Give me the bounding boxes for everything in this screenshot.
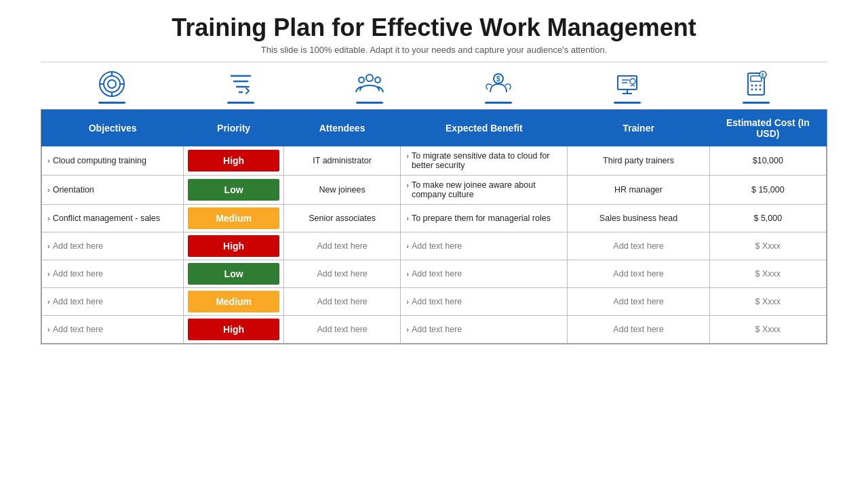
trainer-icon-cell: [612, 69, 642, 104]
cell-cost: $ 15,000: [709, 176, 826, 205]
cell-benefit: › To prepare them for managerial roles: [401, 205, 568, 232]
cell-objective: › Cloud computing training: [42, 146, 184, 176]
priority-badge: Medium: [188, 207, 279, 229]
obj-text: Add text here: [53, 241, 103, 251]
bullet-obj: › Cloud computing training: [47, 156, 178, 165]
table-row: › Conflict management - sales Medium Sen…: [42, 205, 827, 232]
cell-priority: High: [184, 146, 284, 176]
cell-cost: $ Xxxx: [709, 316, 826, 344]
cell-trainer: Add text here: [568, 232, 709, 260]
table-row: › Orientation Low New joinees › To make …: [42, 176, 827, 205]
bullet-arrow: ›: [47, 214, 50, 222]
training-table: Objectives Priority Attendees Expected B…: [41, 109, 827, 344]
benefit-icon: $: [484, 69, 513, 99]
header-attendees: Attendees: [283, 110, 400, 146]
table-row: › Add text here Low Add text here › Add …: [42, 260, 827, 288]
cell-cost: $ Xxxx: [709, 232, 826, 260]
target-icon-underline: [98, 102, 125, 104]
table-row: › Cloud computing training High IT admin…: [42, 146, 827, 176]
header-trainer: Trainer: [568, 110, 709, 146]
cell-attendees: Add text here: [283, 316, 400, 344]
cell-attendees: Add text here: [283, 288, 400, 316]
bullet-arrow: ›: [47, 298, 50, 306]
bullet-arrow-ben: ›: [406, 242, 409, 250]
table-header-row: Objectives Priority Attendees Expected B…: [42, 110, 827, 146]
cell-priority: High: [184, 316, 284, 344]
cell-trainer: Add text here: [568, 260, 709, 288]
cell-attendees: New joinees: [283, 176, 400, 205]
priority-badge: High: [188, 319, 279, 340]
svg-point-26: [755, 85, 757, 87]
cell-attendees: Senior associates: [283, 205, 400, 232]
bullet-obj: › Add text here: [47, 241, 178, 251]
priority-icon: [226, 69, 256, 99]
cell-trainer: Sales business head: [568, 205, 709, 232]
bullet-ben: › Add text here: [406, 269, 561, 279]
priority-badge: High: [188, 150, 279, 171]
bullet-arrow: ›: [47, 242, 50, 250]
table-row: › Add text here High Add text here › Add…: [42, 232, 827, 260]
cell-benefit: › To migrate sensitive data to cloud for…: [401, 146, 568, 176]
ben-text: To prepare them for managerial roles: [412, 214, 551, 223]
bullet-obj: › Add text here: [47, 269, 178, 279]
header-benefit: Expected Benefit: [401, 110, 568, 146]
cell-cost: $ Xxxx: [709, 288, 826, 316]
cell-trainer: Add text here: [568, 316, 709, 344]
attendees-icon-cell: [355, 69, 384, 104]
benefit-icon-underline: [485, 102, 512, 104]
bullet-obj: › Add text here: [47, 325, 178, 334]
svg-point-25: [751, 85, 753, 87]
cell-benefit: › Add text here: [401, 316, 568, 344]
cell-benefit: › Add text here: [401, 288, 568, 316]
slide-title: Training Plan for Effective Work Managem…: [172, 14, 696, 42]
cell-benefit: › Add text here: [401, 232, 568, 260]
divider: [41, 62, 827, 62]
bullet-ben: › To migrate sensitive data to cloud for…: [406, 151, 561, 170]
priority-badge: Medium: [188, 291, 279, 312]
bullet-arrow-ben: ›: [406, 325, 409, 333]
cell-trainer: Add text here: [568, 288, 709, 316]
trainer-icon-underline: [614, 102, 641, 104]
svg-text:$: $: [496, 75, 500, 83]
obj-text: Add text here: [53, 325, 103, 334]
ben-text: Add text here: [412, 241, 462, 251]
priority-badge: Low: [188, 179, 279, 201]
ben-text: Add text here: [412, 325, 462, 334]
obj-text: Add text here: [53, 297, 103, 306]
header-cost: Estimated Cost (In USD): [709, 110, 826, 146]
cell-attendees: Add text here: [283, 232, 400, 260]
cell-cost: $10,000: [709, 146, 826, 176]
cell-cost: $ Xxxx: [709, 260, 826, 288]
cell-objective: › Add text here: [42, 260, 184, 288]
trainer-icon: [612, 69, 642, 99]
obj-text: Conflict management - sales: [53, 214, 160, 223]
cell-objective: › Add text here: [42, 316, 184, 344]
obj-text: Add text here: [53, 269, 103, 279]
attendees-icon: [355, 69, 384, 99]
cell-priority: Low: [184, 176, 284, 205]
bullet-arrow-ben: ›: [406, 152, 409, 160]
slide: Training Plan for Effective Work Managem…: [0, 0, 868, 488]
bullet-arrow: ›: [47, 186, 50, 194]
svg-text:$: $: [762, 73, 764, 78]
icons-row: $: [41, 69, 827, 104]
cell-trainer: Third party trainers: [568, 146, 709, 176]
target-icon-cell: [97, 69, 127, 104]
bullet-arrow-ben: ›: [406, 270, 409, 278]
bullet-obj: › Conflict management - sales: [47, 214, 178, 223]
bullet-obj: › Add text here: [47, 297, 178, 306]
bullet-arrow: ›: [47, 157, 50, 165]
bullet-ben: › To make new joinee aware about company…: [406, 180, 561, 199]
svg-point-1: [104, 76, 120, 92]
cell-attendees: IT administrator: [283, 146, 400, 176]
bullet-ben: › To prepare them for managerial roles: [406, 214, 561, 223]
obj-text: Cloud computing training: [53, 156, 146, 165]
bullet-arrow-ben: ›: [406, 214, 409, 222]
cell-objective: › Conflict management - sales: [42, 205, 184, 232]
cost-icon-underline: [743, 102, 770, 104]
svg-point-2: [108, 80, 116, 88]
priority-badge: High: [188, 235, 279, 257]
slide-subtitle: This slide is 100% editable. Adapt it to…: [261, 45, 608, 55]
cost-icon: $: [741, 69, 771, 99]
priority-badge: Low: [188, 263, 279, 285]
